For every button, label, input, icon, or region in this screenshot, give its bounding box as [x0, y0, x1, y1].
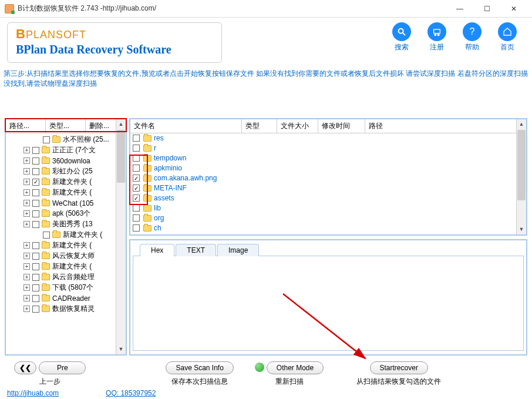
col-filename[interactable]: 文件名 [130, 119, 242, 133]
nav-home[interactable]: 首页 [494, 22, 520, 52]
tree-checkbox[interactable] [43, 136, 50, 143]
expand-icon[interactable]: + [23, 295, 30, 301]
expand-icon[interactable]: + [23, 168, 30, 175]
tree-checkbox[interactable] [32, 200, 39, 207]
file-checkbox[interactable] [133, 135, 140, 142]
expand-icon[interactable]: + [23, 210, 30, 217]
file-row[interactable]: tempdown [130, 153, 526, 163]
tree-item[interactable]: +360downloa [6, 156, 126, 166]
tree-checkbox[interactable] [32, 157, 39, 165]
tree-item[interactable]: +新建文件夹 ( [6, 240, 126, 251]
file-checkbox[interactable] [133, 175, 140, 182]
expand-icon[interactable]: + [23, 200, 30, 206]
scroll-up-icon[interactable]: ▲ [116, 119, 126, 129]
nav-help[interactable]: ? 帮助 [459, 22, 485, 52]
tree-item[interactable]: +彩虹办公 (25 [6, 166, 126, 177]
file-checkbox[interactable] [133, 224, 140, 232]
tree-checkbox[interactable] [43, 232, 50, 239]
file-checkbox[interactable] [133, 165, 140, 172]
file-row[interactable]: res [130, 133, 526, 143]
file-checkbox[interactable] [133, 214, 140, 222]
tree-item[interactable]: +WeChat (105 [6, 198, 126, 209]
tree-item[interactable]: +下载 (5807个 [6, 283, 126, 293]
tree-item[interactable]: +新建文件夹 ( [6, 230, 126, 240]
expand-icon[interactable]: + [23, 242, 30, 249]
file-checkbox[interactable] [133, 145, 140, 152]
file-checkbox[interactable] [133, 195, 140, 202]
file-row[interactable]: lib [130, 203, 526, 213]
expand-icon[interactable]: + [23, 147, 30, 153]
minimize-button[interactable]: — [446, 1, 473, 17]
tree-item[interactable]: +风云恢复大师 [6, 251, 126, 261]
maximize-button[interactable]: ☐ [473, 1, 500, 17]
tab-image[interactable]: Image [217, 244, 259, 256]
file-row[interactable]: apkminio [130, 163, 526, 173]
tree-checkbox[interactable] [32, 295, 39, 302]
pre-button[interactable]: Pre [39, 361, 86, 374]
expand-icon[interactable]: + [23, 284, 30, 291]
expand-icon[interactable]: + [23, 263, 30, 270]
tree-checkbox[interactable] [32, 221, 39, 228]
expand-icon[interactable]: + [23, 179, 30, 185]
tree-checkbox[interactable] [32, 179, 39, 186]
homepage-link[interactable]: http://jihuab.com [7, 389, 59, 397]
file-row[interactable]: ch [130, 223, 526, 233]
other-mode-button[interactable]: Other Mode [267, 361, 324, 374]
tab-hex[interactable]: Hex [140, 244, 174, 256]
tree-checkbox[interactable] [32, 253, 39, 260]
nav-register[interactable]: 注册 [424, 22, 450, 52]
tree-item[interactable]: +新建文件夹 ( [6, 187, 126, 198]
tree-item[interactable]: +新建文件夹 ( [6, 261, 126, 272]
close-button[interactable]: ✕ [500, 1, 527, 17]
tree-item[interactable]: +美图秀秀 (13 [6, 219, 126, 230]
tree-item[interactable]: +正正正 (7个文 [6, 145, 126, 156]
tree-item[interactable]: +新建文件夹 ( [6, 177, 126, 187]
tree-body[interactable]: +水不照柳 (25...+正正正 (7个文+360downloa+彩虹办公 (2… [6, 133, 126, 354]
tree-checkbox[interactable] [32, 168, 39, 175]
tree-checkbox[interactable] [32, 189, 39, 196]
scroll-up-icon[interactable]: ▲ [517, 119, 526, 129]
tree-checkbox[interactable] [32, 242, 39, 249]
tree-item[interactable]: +CADReader [6, 293, 126, 304]
file-rows[interactable]: resrtempdownapkminiocom.akana.awh.pngMET… [130, 133, 526, 234]
file-row[interactable]: com.akana.awh.png [130, 173, 526, 183]
scroll-thumb[interactable] [517, 130, 526, 200]
expand-icon[interactable]: + [23, 306, 30, 312]
col-time[interactable]: 修改时间 [318, 119, 365, 133]
qq-link[interactable]: QQ: 185397952 [106, 389, 156, 397]
file-row[interactable]: r [130, 143, 526, 153]
expand-icon[interactable]: + [23, 157, 30, 164]
tab-text[interactable]: TEXT [176, 244, 216, 256]
scroll-down-icon[interactable]: ▼ [116, 344, 126, 354]
tree-checkbox[interactable] [32, 306, 39, 313]
col-size[interactable]: 文件大小 [277, 119, 318, 133]
scroll-down-icon[interactable]: ▼ [517, 224, 526, 234]
file-checkbox[interactable] [133, 185, 140, 192]
nav-search[interactable]: 搜索 [389, 22, 415, 52]
tree-checkbox[interactable] [32, 147, 39, 154]
tree-scrollbar[interactable]: ▲ ▼ [116, 119, 126, 354]
tree-col-path[interactable]: 路径... [6, 119, 46, 133]
tree-checkbox[interactable] [32, 210, 39, 217]
tree-item[interactable]: +水不照柳 (25... [6, 135, 126, 145]
save-scan-button[interactable]: Save Scan Info [166, 361, 233, 374]
file-row[interactable]: META-INF [130, 183, 526, 193]
file-checkbox[interactable] [133, 155, 140, 162]
tree-checkbox[interactable] [32, 274, 39, 281]
col-type[interactable]: 类型 [242, 119, 277, 133]
file-scrollbar[interactable]: ▲ ▼ [516, 119, 526, 234]
tree-item[interactable]: +风云音频处理 [6, 272, 126, 283]
tree-item[interactable]: +数据恢复精灵 [6, 304, 126, 314]
col-path[interactable]: 路径 [365, 119, 526, 133]
expand-icon[interactable]: + [23, 221, 30, 227]
scroll-thumb[interactable] [117, 130, 125, 183]
tree-checkbox[interactable] [32, 263, 39, 270]
expand-icon[interactable]: + [23, 189, 30, 196]
file-checkbox[interactable] [133, 204, 140, 212]
start-recover-button[interactable]: Startrecover [370, 361, 428, 374]
tree-item[interactable]: +apk (5063个 [6, 209, 126, 219]
file-row[interactable]: org [130, 213, 526, 223]
expand-icon[interactable]: + [23, 253, 30, 259]
tree-checkbox[interactable] [32, 284, 39, 291]
file-row[interactable]: assets [130, 193, 526, 203]
